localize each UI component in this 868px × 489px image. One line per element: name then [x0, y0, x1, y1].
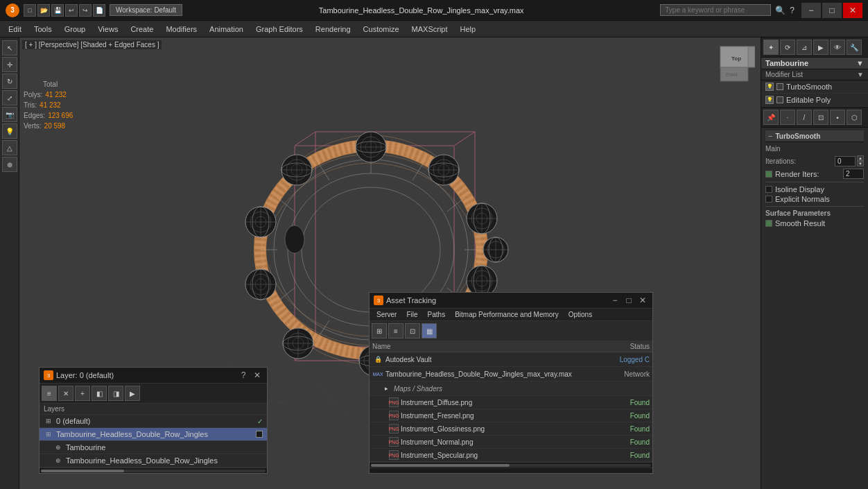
- menu-tools[interactable]: Tools: [28, 24, 58, 35]
- layers-hide-button[interactable]: ◨: [108, 386, 123, 401]
- modifier-checkbox[interactable]: [776, 83, 783, 90]
- ts-explicit-checkbox[interactable]: [765, 196, 772, 203]
- tool-camera[interactable]: 📷: [2, 107, 17, 122]
- asset-row-diffuse[interactable]: PNG Instrument_Diffuse.png Found: [370, 396, 652, 409]
- tool-scale[interactable]: ⤢: [2, 90, 17, 105]
- undo-icon[interactable]: ↩: [65, 4, 78, 17]
- tool-move[interactable]: ✛: [2, 57, 17, 72]
- tool-select[interactable]: ↖: [2, 40, 17, 55]
- modifier-checkbox[interactable]: [776, 96, 783, 103]
- layers-add-button[interactable]: +: [75, 386, 90, 401]
- menu-graph-editors[interactable]: Graph Editors: [250, 24, 309, 35]
- ts-render-iters-input[interactable]: [843, 169, 864, 179]
- layers-delete-button[interactable]: ✕: [58, 386, 73, 401]
- modifier-list-arrow[interactable]: ▼: [857, 71, 864, 78]
- asset-menu-paths[interactable]: Paths: [424, 310, 450, 319]
- asset-menu-file[interactable]: File: [402, 310, 422, 319]
- layers-help-button[interactable]: ?: [238, 370, 249, 381]
- asset-tb-btn1[interactable]: ⊞: [372, 323, 387, 338]
- layers-scrollbar[interactable]: [40, 467, 267, 473]
- layers-close-button[interactable]: ✕: [252, 370, 263, 381]
- layer-item[interactable]: ⊞ Tambourine_Headless_Double_Row_Jingles: [40, 428, 267, 441]
- nav-cube[interactable]: Top Front: [713, 43, 755, 85]
- viewport[interactable]: [ + ] [Perspective] [Shaded + Edged Face…: [19, 37, 761, 489]
- tool-light[interactable]: 💡: [2, 123, 17, 139]
- asset-minimize-button[interactable]: −: [609, 295, 620, 306]
- asset-close-button[interactable]: ✕: [637, 295, 648, 306]
- help-icon[interactable]: ?: [790, 6, 795, 15]
- redo-icon[interactable]: ↪: [79, 4, 92, 17]
- asset-menu-bitmap[interactable]: Bitmap Performance and Memory: [451, 310, 563, 319]
- asset-scrollbar[interactable]: [370, 462, 652, 467]
- rp-element-button[interactable]: ⬡: [847, 110, 862, 125]
- menu-create[interactable]: Create: [125, 24, 159, 35]
- ts-down-arrow[interactable]: ▼: [857, 161, 864, 166]
- ts-smooth-result-checkbox[interactable]: [765, 220, 772, 227]
- tool-rotate[interactable]: ↻: [2, 74, 17, 89]
- menu-help[interactable]: Help: [455, 24, 482, 35]
- rp-pin-button[interactable]: 📌: [763, 110, 779, 125]
- menu-edit[interactable]: Edit: [3, 24, 27, 35]
- search-input[interactable]: [660, 4, 771, 16]
- object-name-arrow[interactable]: ▼: [856, 59, 864, 67]
- asset-row-glossiness[interactable]: PNG Instrument_Glossiness.png Found: [370, 422, 652, 436]
- asset-row-normal[interactable]: PNG Instrument_Normal.png Found: [370, 436, 652, 449]
- rp-icon-motion[interactable]: ▶: [813, 40, 828, 55]
- rp-icon-modify[interactable]: ⟳: [780, 40, 795, 55]
- menu-rendering[interactable]: Rendering: [310, 24, 356, 35]
- rp-modifier-toolbar: 📌 · / ⊡ ▪ ⬡: [761, 108, 868, 128]
- save-icon[interactable]: 💾: [51, 4, 64, 17]
- rp-vertex-button[interactable]: ·: [780, 110, 795, 125]
- close-button[interactable]: ✕: [843, 3, 862, 18]
- modifier-turbosmooth[interactable]: 💡 TurboSmooth: [761, 80, 868, 94]
- open-icon[interactable]: 📂: [37, 4, 50, 17]
- asset-row-specular[interactable]: PNG Instrument_Specular.png Found: [370, 449, 652, 462]
- menu-animation[interactable]: Animation: [204, 24, 249, 35]
- layer-sub-item[interactable]: ⊕ Tambourine: [40, 441, 267, 454]
- rp-icon-display[interactable]: 👁: [830, 40, 845, 55]
- menu-customize[interactable]: Customize: [358, 24, 405, 35]
- asset-row-fresnel[interactable]: PNG Instrument_Fresnel.png Found: [370, 409, 652, 422]
- minimize-button[interactable]: −: [801, 3, 821, 18]
- rp-edge-button[interactable]: /: [797, 110, 812, 125]
- asset-menu-server[interactable]: Server: [372, 310, 401, 319]
- menu-maxscript[interactable]: MAXScript: [406, 24, 453, 35]
- ts-toggle[interactable]: −: [768, 132, 772, 140]
- asset-row-max[interactable]: MAX Tambourine_Headless_Double_Row_Jingl…: [370, 367, 652, 381]
- file-icon[interactable]: 📄: [93, 4, 105, 17]
- tool-helper[interactable]: ⊕: [2, 157, 17, 172]
- asset-tb-btn2[interactable]: ≡: [388, 323, 403, 338]
- menu-views[interactable]: Views: [92, 24, 123, 35]
- layers-freeze-button[interactable]: ◧: [92, 386, 107, 401]
- maximize-button[interactable]: □: [822, 3, 842, 18]
- layer-sub-item[interactable]: ⊕ Tambourine_Headless_Double_Row_Jingles: [40, 454, 267, 467]
- asset-tb-btn4[interactable]: ▦: [422, 323, 437, 338]
- ts-render-iters-checkbox[interactable]: [765, 171, 772, 178]
- rp-icon-hierarchy[interactable]: ⊿: [797, 40, 812, 55]
- layers-list-view-button[interactable]: ≡: [42, 386, 57, 401]
- new-icon[interactable]: □: [24, 4, 36, 17]
- ts-iterations-input[interactable]: [835, 156, 856, 166]
- ts-up-arrow[interactable]: ▲: [857, 155, 864, 161]
- workspace-button[interactable]: Workspace: Default: [110, 4, 182, 16]
- asset-bottom-scrollbar[interactable]: [370, 467, 652, 473]
- menu-modifiers[interactable]: Modifiers: [160, 24, 202, 35]
- tool-shape[interactable]: △: [2, 140, 17, 155]
- rp-border-button[interactable]: ⊡: [813, 110, 828, 125]
- search-icon[interactable]: 🔍: [775, 6, 785, 15]
- asset-tb-btn3[interactable]: ⊡: [405, 323, 420, 338]
- asset-row-vault[interactable]: 🔒 Autodesk Vault Logged C: [370, 352, 652, 367]
- rp-poly-button[interactable]: ▪: [830, 110, 845, 125]
- rp-icon-create[interactable]: ✦: [763, 40, 779, 55]
- rp-icon-utilities[interactable]: 🔧: [847, 40, 862, 55]
- asset-menu-options[interactable]: Options: [564, 310, 596, 319]
- asset-row-maps[interactable]: ▸ Maps / Shaders: [370, 381, 652, 396]
- modifier-editable-poly[interactable]: 💡 Editable Poly: [761, 94, 868, 107]
- asset-maximize-button[interactable]: □: [623, 295, 634, 306]
- viewport-label[interactable]: [ + ] [Perspective] [Shaded + Edged Face…: [22, 40, 162, 49]
- ts-iterations-spinner[interactable]: ▲ ▼: [835, 155, 864, 166]
- menu-group[interactable]: Group: [59, 24, 92, 35]
- layer-item[interactable]: ⊞ 0 (default) ✓: [40, 415, 267, 428]
- ts-isoline-checkbox[interactable]: [765, 186, 772, 193]
- layers-play-button[interactable]: ▶: [125, 386, 140, 401]
